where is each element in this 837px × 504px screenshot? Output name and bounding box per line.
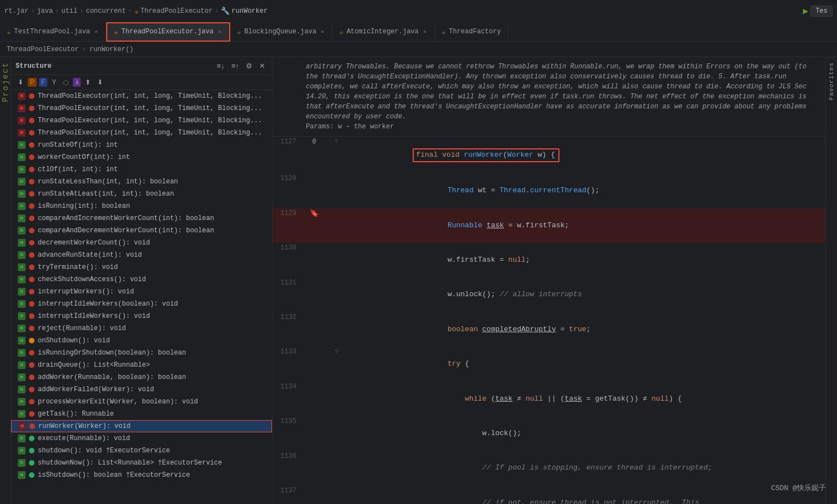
gutter-1128: [303, 173, 325, 208]
code-line-1131[interactable]: 1131 w.unlock(); // allow interrupts: [273, 278, 825, 312]
struct-item-runworker[interactable]: m runWorker(Worker): void: [11, 420, 272, 432]
filter-sort3-btn[interactable]: ◌: [61, 77, 71, 87]
filter-p-btn[interactable]: P: [28, 78, 37, 87]
struct-item-2[interactable]: m ThreadPoolExecutor(int, int, long, Tim…: [11, 114, 272, 127]
favorites-side-tab[interactable]: Favorites: [826, 57, 837, 104]
structure-panel: Structure ≡↓ ≡↑ ⚙ ✕ ⬇ P F Y ◌ λ ⬆ ⬇ m Th…: [11, 57, 273, 504]
tab-close-tpe[interactable]: ✕: [217, 28, 222, 36]
tab-threadfactory[interactable]: ☕ ThreadFactory: [435, 22, 508, 42]
struct-item-18[interactable]: m interruptIdleWorkers(): void: [11, 310, 272, 322]
filter-expand-btn[interactable]: ⬆: [83, 77, 93, 87]
item-text-29: shutdown(): void †ExecutorService: [38, 447, 170, 455]
struct-item-4[interactable]: m runStateOf(int): int: [11, 139, 272, 151]
struct-item-24[interactable]: m addWorkerFailed(Worker): void: [11, 383, 272, 396]
settings-btn[interactable]: ⚙: [244, 61, 255, 71]
structure-filter-bar: ⬇ P F Y ◌ λ ⬆ ⬇: [11, 75, 272, 90]
code-line-1134[interactable]: 1134 while (task ≠ null || (task = getTa…: [273, 382, 825, 416]
code-1136: // If pool is stopping, ensure thread is…: [348, 451, 825, 486]
top-bar: rt.jar › java › util › concurrent › ☕ Th…: [0, 0, 837, 22]
struct-item-0[interactable]: m ThreadPoolExecutor(int, int, long, Tim…: [11, 90, 272, 102]
sec-class[interactable]: ThreadPoolExecutor: [7, 46, 79, 53]
bc-tpe[interactable]: ThreadPoolExecutor: [141, 7, 213, 15]
code-line-1133[interactable]: 1133 ▽ try {: [273, 347, 825, 381]
filter-collapse-btn[interactable]: ⬇: [95, 77, 105, 87]
item-text-19: reject(Runnable): void: [38, 325, 126, 332]
struct-item-1[interactable]: m ThreadPoolExecutor(int, int, long, Tim…: [11, 102, 272, 114]
code-line-1129[interactable]: 1129 🔖 Runnable task = w.firstTask;: [273, 208, 825, 243]
filter-lambda-btn[interactable]: λ: [73, 78, 81, 87]
fold-1130: [325, 243, 348, 277]
tab-close-test[interactable]: ✕: [93, 28, 99, 36]
code-editor[interactable]: 1127 @ ▽ final void runWorker(Worker w) …: [273, 137, 825, 504]
filter-fields-btn[interactable]: ⬇: [16, 77, 26, 87]
sec-method[interactable]: runWorker(): [90, 46, 133, 53]
struct-item-3[interactable]: m ThreadPoolExecutor(int, int, long, Tim…: [11, 127, 272, 139]
struct-item-26[interactable]: m getTask(): Runnable: [11, 408, 272, 420]
tes-badge[interactable]: Tes: [810, 6, 833, 17]
access-icon-11: [29, 228, 34, 233]
bc-rtjar[interactable]: rt.jar: [4, 7, 28, 15]
struct-item-22[interactable]: m drainQueue(): List<Runnable>: [11, 359, 272, 371]
filter-sort2-btn[interactable]: Y: [49, 77, 58, 87]
tab-blockingqueue[interactable]: ☕ BlockingQueue.java ✕: [230, 22, 333, 42]
method-icon-26: m: [18, 410, 26, 418]
struct-item-19[interactable]: m reject(Runnable): void: [11, 322, 272, 335]
code-line-1127[interactable]: 1127 @ ▽ final void runWorker(Worker w) …: [273, 137, 825, 173]
struct-item-17[interactable]: m interruptIdleWorkers(boolean): void: [11, 298, 272, 310]
breadcrumb: rt.jar › java › util › concurrent › ☕ Th…: [4, 7, 268, 16]
tab-close-ai[interactable]: ✕: [422, 28, 428, 36]
struct-item-9[interactable]: m isRunning(int): boolean: [11, 200, 272, 212]
tab-testthreadpool[interactable]: ☕ TestThreadPool.java ✕: [0, 22, 106, 42]
struct-item-8[interactable]: m runStateAtLeast(int, int): boolean: [11, 188, 272, 200]
struct-item-13[interactable]: m advanceRunState(int): void: [11, 249, 272, 261]
gutter-1132: [303, 312, 325, 347]
struct-item-5[interactable]: m workerCountOf(int): int: [11, 151, 272, 163]
struct-item-20[interactable]: m onShutdown(): void: [11, 335, 272, 347]
struct-item-23[interactable]: m addWorker(Runnable, boolean): boolean: [11, 371, 272, 383]
struct-item-11[interactable]: m compareAndDecrementWorkerCount(int): b…: [11, 224, 272, 237]
struct-item-16[interactable]: m interruptWorkers(): void: [11, 286, 272, 298]
tab-icon-tpe: ☕: [114, 28, 118, 36]
method-icon-13: m: [18, 251, 26, 259]
code-line-1136[interactable]: 1136 // If pool is stopping, ensure thre…: [273, 451, 825, 486]
bc-java[interactable]: java: [37, 7, 53, 15]
filter-f-btn[interactable]: F: [39, 78, 47, 87]
tab-threadpoolexecutor[interactable]: ☕ ThreadPoolExecutor.java ✕: [106, 22, 230, 42]
tab-close-bq[interactable]: ✕: [320, 28, 325, 36]
struct-item-30[interactable]: m shutdownNow(): List<Runnable> †Executo…: [11, 457, 272, 469]
bc-util[interactable]: util: [61, 7, 77, 15]
struct-item-25[interactable]: m processWorkerExit(Worker, boolean): vo…: [11, 396, 272, 408]
struct-item-6[interactable]: m ctlOf(int, int): int: [11, 163, 272, 176]
method-icon-rw: m: [18, 422, 26, 430]
code-line-1128[interactable]: 1128 Thread wt = Thread.currentThread();: [273, 173, 825, 208]
item-text-10: compareAndIncrementWorkerCount(int): boo…: [38, 214, 214, 222]
struct-item-21[interactable]: m isRunningOrShutdown(boolean): boolean: [11, 347, 272, 359]
code-line-1132[interactable]: 1132 boolean completedAbruptly = true;: [273, 312, 825, 347]
struct-item-29[interactable]: m shutdown(): void †ExecutorService: [11, 445, 272, 457]
gutter-1130: [303, 243, 325, 277]
struct-item-12[interactable]: m decrementWorkerCount(): void: [11, 237, 272, 249]
sort-alpha-btn[interactable]: ≡↓: [215, 61, 227, 71]
code-line-1135[interactable]: 1135 w.lock();: [273, 416, 825, 451]
bc-runworker[interactable]: runWorker: [231, 7, 268, 15]
code-line-1137[interactable]: 1137 // if not, ensure thread is not int…: [273, 486, 825, 504]
method-icon-1: m: [18, 104, 26, 112]
tab-atomicinteger[interactable]: ☕ AtomicInteger.java ✕: [333, 22, 435, 42]
tab-label-ai: AtomicInteger.java: [346, 28, 419, 36]
struct-item-14[interactable]: m tryTerminate(): void: [11, 261, 272, 273]
struct-item-10[interactable]: m compareAndIncrementWorkerCount(int): b…: [11, 212, 272, 224]
struct-item-7[interactable]: m runStateLessThan(int, int): boolean: [11, 176, 272, 188]
struct-item-15[interactable]: m checkShutdownAccess(): void: [11, 273, 272, 286]
item-text-31: isShutdown(): boolean †ExecutorService: [38, 471, 190, 479]
run-icon[interactable]: ▶: [803, 6, 809, 17]
method-icon-15: m: [18, 276, 26, 283]
line-num-1136: 1136: [273, 451, 303, 486]
bc-concurrent[interactable]: concurrent: [86, 7, 126, 15]
close-panel-btn[interactable]: ✕: [257, 61, 268, 71]
code-line-1130[interactable]: 1130 w.firstTask = null;: [273, 243, 825, 277]
sort-btn[interactable]: ≡↑: [229, 61, 241, 71]
struct-item-31[interactable]: m isShutdown(): boolean †ExecutorService: [11, 469, 272, 481]
struct-item-28[interactable]: m execute(Runnable): void: [11, 432, 272, 445]
project-label[interactable]: Project: [1, 62, 10, 102]
access-icon-rw: [29, 423, 35, 429]
